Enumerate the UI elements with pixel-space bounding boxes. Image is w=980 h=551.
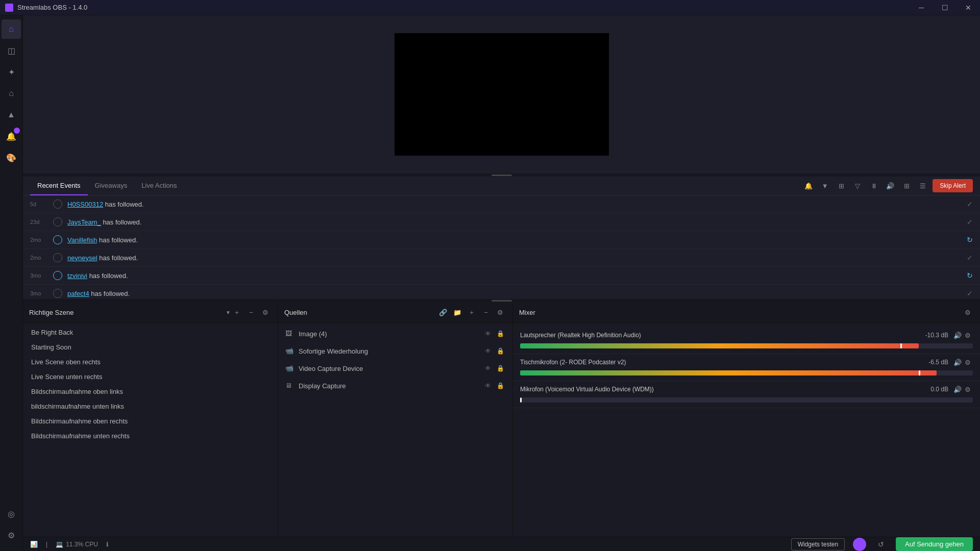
list-item[interactable]: 📹 Video Capture Device 👁 🔒 xyxy=(278,360,512,377)
event-row: 2mo Vanillefish has followed. ↻ xyxy=(23,231,980,249)
source-actions: 👁 🔒 xyxy=(483,329,505,339)
app-container: ⌂ ◫ ✦ ⌂ ▲ 🔔 🎨 ◎ ⚙ xyxy=(0,15,980,551)
sources-remove-button[interactable]: − xyxy=(480,306,492,318)
mixer-volume-button[interactable]: 🔊 xyxy=(952,330,963,340)
source-eye-button[interactable]: 👁 xyxy=(483,381,493,391)
source-eye-button[interactable]: 👁 xyxy=(483,363,493,373)
list-item[interactable]: Bildschirmaufnahme oben links xyxy=(23,384,278,399)
mixer-settings-button[interactable]: ⚙ xyxy=(963,357,973,367)
list-item[interactable]: Live Scene unten rechts xyxy=(23,369,278,384)
list-item[interactable]: Be Right Back xyxy=(23,325,278,340)
event-user[interactable]: H0SS00312 xyxy=(67,201,103,208)
pause-button[interactable]: ⏸ xyxy=(867,179,880,192)
sources-add-button[interactable]: + xyxy=(465,306,478,318)
source-label: Sofortige Wiederholung xyxy=(299,347,368,355)
alert-filter-button[interactable]: 🔔 xyxy=(802,179,815,192)
tab-recent-events[interactable]: Recent Events xyxy=(30,177,88,195)
source-image-icon: 🖼 xyxy=(285,330,293,338)
source-lock-button[interactable]: 🔒 xyxy=(495,329,505,339)
mixer-settings-button[interactable]: ⚙ xyxy=(963,384,973,394)
status-info[interactable]: ℹ xyxy=(106,541,109,548)
sidebar-item-alert-bottom[interactable]: ◎ xyxy=(2,504,21,523)
minimize-button[interactable]: ─ xyxy=(910,0,933,15)
list-item[interactable]: Bildschirmaufnahme unten rechts xyxy=(23,429,278,443)
tab-live-actions[interactable]: Live Actions xyxy=(134,177,184,195)
refresh-button[interactable]: ↺ xyxy=(874,538,888,551)
event-status-icon: ↻ xyxy=(967,271,973,280)
mixer-db-value: 0.0 dB xyxy=(930,386,948,393)
source-eye-button[interactable]: 👁 xyxy=(483,346,493,356)
analytics-icon: ▲ xyxy=(7,110,15,119)
source-lock-button[interactable]: 🔒 xyxy=(495,346,505,356)
list-view-button[interactable]: ☰ xyxy=(916,179,929,192)
event-user[interactable]: tzvinivi xyxy=(67,272,87,280)
mixer-bar[interactable] xyxy=(520,370,973,375)
user-avatar[interactable] xyxy=(853,538,866,551)
event-user[interactable]: Vanillefish xyxy=(67,236,97,244)
sidebar-item-tools[interactable]: ✦ xyxy=(2,62,21,82)
source-list: 🖼 Image (4) 👁 🔒 📹 Sofortige Wiederholung… xyxy=(278,323,512,537)
source-actions: 👁 🔒 xyxy=(483,363,505,373)
mixer-bar-fill xyxy=(520,370,937,375)
event-user[interactable]: JaysTeam_ xyxy=(67,218,101,226)
sidebar-item-alertbox[interactable]: ⌂ xyxy=(2,84,21,103)
skip-alert-button[interactable]: Skip Alert xyxy=(933,179,973,192)
home-icon: ⌂ xyxy=(9,24,14,34)
close-button[interactable]: ✕ xyxy=(957,0,980,15)
widgets-test-button[interactable]: Widgets testen xyxy=(791,538,845,550)
mixer-bar[interactable] xyxy=(520,343,973,348)
source-video-icon: 📹 xyxy=(285,347,293,355)
layout-button[interactable]: ⊞ xyxy=(835,179,848,192)
event-row: 3mo tzvinivi has followed. ↻ xyxy=(23,267,980,285)
event-row: 2mo neyneysel has followed. ✓ xyxy=(23,249,980,267)
event-status-icon: ✓ xyxy=(967,289,973,297)
sidebar-item-settings[interactable]: ⚙ xyxy=(2,525,21,545)
event-text: pafect4 has followed. xyxy=(67,290,963,297)
filter-button[interactable]: ▽ xyxy=(851,179,864,192)
event-user[interactable]: pafect4 xyxy=(67,290,89,297)
scenes-remove-button[interactable]: − xyxy=(245,306,257,318)
sidebar-item-analytics[interactable]: ▲ xyxy=(2,105,21,124)
mixer-buttons: ⚙ xyxy=(962,306,974,318)
list-item[interactable]: 🖼 Image (4) 👁 🔒 xyxy=(278,325,512,342)
mixer-volume-button[interactable]: 🔊 xyxy=(952,384,963,394)
source-eye-button[interactable]: 👁 xyxy=(483,329,493,339)
list-item[interactable]: bildschirmaufnahme unten links xyxy=(23,399,278,414)
sidebar-item-home[interactable]: ⌂ xyxy=(2,19,21,39)
divider-handle xyxy=(492,174,512,176)
mixer-volume-button[interactable]: 🔊 xyxy=(952,357,963,367)
sidebar-item-stats[interactable]: ◫ xyxy=(2,41,21,60)
tab-giveaways[interactable]: Giveaways xyxy=(88,177,135,195)
list-item[interactable]: Starting Soon xyxy=(23,340,278,355)
mixer-settings-button[interactable]: ⚙ xyxy=(962,306,974,318)
scenes-add-button[interactable]: + xyxy=(231,306,243,318)
list-item[interactable]: Live Scene oben rechts xyxy=(23,355,278,369)
go-live-button[interactable]: Auf Sendung gehen xyxy=(896,537,973,551)
event-user[interactable]: neyneysel xyxy=(67,254,97,262)
dropdown-button[interactable]: ▼ xyxy=(818,179,831,192)
mixer-settings-button[interactable]: ⚙ xyxy=(963,330,973,340)
sources-folder-button[interactable]: 📁 xyxy=(451,306,463,318)
event-status-icon: ✓ xyxy=(967,218,973,226)
source-lock-button[interactable]: 🔒 xyxy=(495,363,505,373)
maximize-button[interactable]: ☐ xyxy=(933,0,957,15)
sidebar-item-notifications[interactable]: 🔔 xyxy=(2,127,21,146)
scenes-header: Richtige Szene ▼ + − ⚙ xyxy=(23,302,278,323)
sources-link-button[interactable]: 🔗 xyxy=(437,306,449,318)
volume-button[interactable]: 🔊 xyxy=(884,179,897,192)
event-action: has followed. xyxy=(91,290,130,297)
sidebar-item-themes[interactable]: 🎨 xyxy=(2,148,21,167)
source-lock-button[interactable]: 🔒 xyxy=(495,381,505,391)
mixer-bar[interactable] xyxy=(520,397,973,403)
mixer-item: Lautsprecher (Realtek High Definition Au… xyxy=(513,327,980,354)
mixer-bar-thumb xyxy=(520,397,522,403)
event-time: 23d xyxy=(30,219,53,225)
chart-icon: 📊 xyxy=(30,541,38,548)
list-item[interactable]: Bildschirmaufnahme oben rechts xyxy=(23,414,278,429)
scenes-settings-button[interactable]: ⚙ xyxy=(259,306,272,318)
sources-settings-button[interactable]: ⚙ xyxy=(494,306,506,318)
statusbar: 📊 | 💻 11.3% CPU ℹ Widgets testen ↺ Auf S… xyxy=(23,537,980,551)
list-item[interactable]: 📹 Sofortige Wiederholung 👁 🔒 xyxy=(278,342,512,360)
grid-view-button[interactable]: ⊞ xyxy=(900,179,913,192)
list-item[interactable]: 🖥 Display Capture 👁 🔒 xyxy=(278,377,512,394)
